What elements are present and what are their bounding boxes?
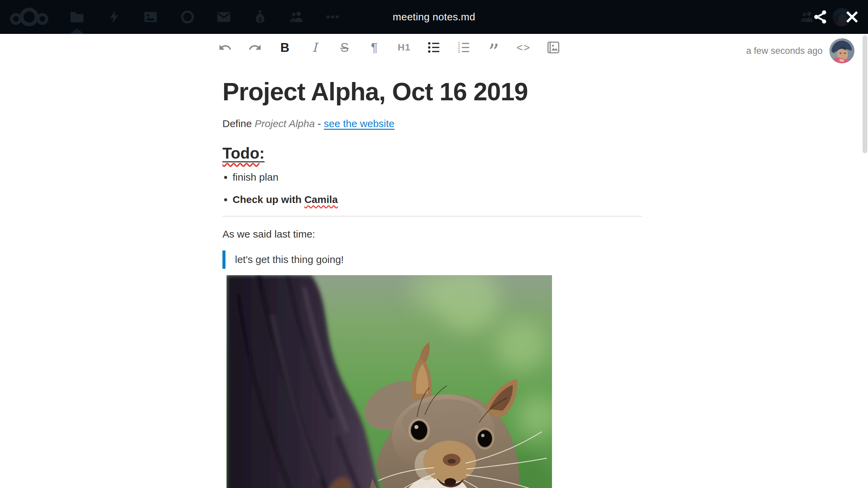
redo-button[interactable] <box>245 37 264 58</box>
editor-area: B I S ¶ H1 123 ” <> a few seconds ago <box>0 34 868 488</box>
heading1-button[interactable]: H1 <box>395 37 414 58</box>
website-link[interactable]: see the website <box>324 118 394 129</box>
todo-word: Todo <box>222 144 259 162</box>
strikethrough-icon: S <box>340 41 349 54</box>
list-item: finish plan <box>233 170 642 185</box>
bold-button[interactable]: B <box>275 37 294 58</box>
intro-emphasis: Project Alpha <box>255 118 315 129</box>
share-button[interactable] <box>812 0 829 34</box>
squirrel-photo <box>226 275 552 488</box>
intro-prefix: Define <box>222 118 255 129</box>
ordered-list-icon: 123 <box>457 41 471 54</box>
last-edited-label: a few seconds ago <box>746 46 823 56</box>
list-item: Check up with Camila <box>233 192 642 207</box>
intro-paragraph: Define Project Alpha - see the website <box>222 116 642 131</box>
editor-toolbar: B I S ¶ H1 123 ” <> <box>216 37 563 58</box>
code-icon: <> <box>516 42 530 53</box>
ordered-list-button[interactable]: 123 <box>454 37 473 58</box>
body-paragraph: As we said last time: <box>222 227 642 242</box>
session-avatar <box>829 38 854 63</box>
heading1-icon: H1 <box>398 43 411 52</box>
viewer-title: meeting notes.md <box>0 0 868 34</box>
todo-heading: Todo: <box>222 143 642 163</box>
italic-button[interactable]: I <box>305 37 324 58</box>
bullet-list-button[interactable] <box>425 37 443 58</box>
blockquote-button[interactable]: ” <box>484 37 503 58</box>
scrollbar-thumb[interactable] <box>863 35 867 153</box>
close-button[interactable] <box>844 0 861 34</box>
strikethrough-button[interactable]: S <box>335 37 354 58</box>
insert-image-icon <box>546 40 560 55</box>
blockquote: let's get this thing going! <box>222 250 642 269</box>
embedded-image[interactable] <box>226 275 552 488</box>
svg-text:3: 3 <box>458 49 460 54</box>
bullet-list-icon <box>427 41 441 54</box>
doc-heading-1: Project Alpha, Oct 16 2019 <box>222 76 642 107</box>
horizontal-rule <box>222 216 642 217</box>
intro-separator: - <box>315 118 324 129</box>
insert-image-button[interactable] <box>544 37 563 58</box>
todo-colon: : <box>259 144 264 162</box>
document-editor[interactable]: Project Alpha, Oct 16 2019 Define Projec… <box>222 76 642 488</box>
misspelled-word: Camila <box>304 194 338 205</box>
todo-list: finish plan Check up with Camila <box>222 170 642 207</box>
nextcloud-text-viewer: $ meeting notes.md <box>0 0 868 488</box>
top-bar: $ meeting notes.md <box>0 0 868 34</box>
session-info: a few seconds ago <box>746 38 854 63</box>
italic-icon: I <box>312 41 317 54</box>
code-button[interactable]: <> <box>514 37 533 58</box>
paragraph-button[interactable]: ¶ <box>365 37 384 58</box>
paragraph-icon: ¶ <box>371 41 378 54</box>
bold-icon: B <box>280 41 290 54</box>
undo-button[interactable] <box>216 37 235 58</box>
blockquote-icon: ” <box>488 48 499 57</box>
